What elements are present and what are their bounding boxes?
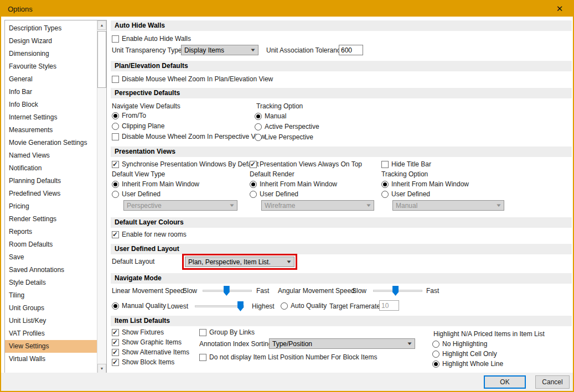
radio-icon	[432, 351, 439, 358]
auto-quality-radio[interactable]: Auto Quality	[281, 302, 327, 310]
options-dialog: Options ✕ Description Types Design Wizar…	[0, 0, 574, 392]
presentation-tracking-option-label: Tracking Option	[381, 170, 428, 178]
radio-label: Highlight Whole Line	[442, 360, 503, 368]
scrollbar-thumb[interactable]	[97, 31, 106, 88]
show-fixtures-checkbox[interactable]: Show Fixtures	[112, 328, 164, 336]
dropdown-value: Display Items	[184, 46, 224, 54]
show-graphic-items-checkbox[interactable]: Show Graphic Items	[112, 338, 182, 346]
annotation-index-sorting-dropdown[interactable]: Type/Position ▼	[269, 338, 415, 349]
from-to-radio[interactable]: From/To	[112, 112, 146, 119]
sidebar-item-info-block[interactable]: Info Block	[5, 98, 97, 111]
active-perspective-radio[interactable]: Active Perspective	[255, 123, 319, 130]
sidebar-item-style-details[interactable]: Style Details	[5, 276, 97, 289]
clipping-plane-radio[interactable]: Clipping Plane	[112, 122, 164, 130]
cancel-button[interactable]: Cancel	[535, 375, 570, 389]
slider-thumb[interactable]	[224, 286, 230, 296]
render-user-defined-radio[interactable]: User Defined	[250, 190, 298, 198]
checkbox-label: Show Alternative Items	[122, 348, 189, 356]
sidebar-item-description-types[interactable]: Description Types	[5, 22, 97, 35]
sidebar-item-movie-generation-settings[interactable]: Movie Generation Settings	[5, 137, 97, 149]
section-header-navigate-mode: Navigate Mode	[111, 273, 572, 284]
view-type-user-defined-radio[interactable]: User Defined	[112, 190, 161, 198]
target-framerate-label: Target Framerate	[329, 302, 380, 310]
close-button[interactable]: ✕	[549, 1, 571, 17]
category-list: Description Types Design Wizard Dimensio…	[4, 20, 107, 374]
sidebar-item-named-views[interactable]: Named Views	[5, 149, 97, 162]
sidebar-item-pricing[interactable]: Pricing	[5, 200, 97, 213]
live-perspective-radio[interactable]: Live Perspective	[255, 133, 313, 141]
sidebar-item-measurements[interactable]: Measurements	[5, 124, 97, 137]
disable-wheel-zoom-plan-checkbox[interactable]: Disable Mouse Wheel Zoom In Plan/Elevati…	[112, 75, 273, 83]
show-alternative-items-checkbox[interactable]: Show Alternative Items	[112, 348, 189, 356]
sidebar-item-tiling[interactable]: Tiling	[5, 289, 97, 302]
sidebar-item-info-bar[interactable]: Info Bar	[5, 86, 97, 98]
sidebar-item-room-defaults[interactable]: Room Defaults	[5, 238, 97, 251]
annotation-index-sorting-label: Annotation Index Sorting:	[199, 340, 274, 348]
scroll-down-button[interactable]: ▼	[97, 364, 106, 373]
default-layout-dropdown[interactable]: Plan, Perspective, Item List. ▼	[185, 257, 294, 267]
quality-slider[interactable]	[195, 301, 244, 311]
unit-association-tolerance-input[interactable]	[339, 45, 363, 55]
radio-label: Inherit From Main Window	[122, 180, 199, 188]
sidebar-item-general[interactable]: General	[5, 73, 97, 86]
render-dropdown: Wireframe ▼	[261, 200, 374, 211]
enable-auto-hide-walls-checkbox[interactable]: Enable Auto Hide Walls	[112, 35, 191, 43]
checkbox-label: Show Block Items	[122, 358, 174, 366]
highlight-whole-line-radio[interactable]: Highlight Whole Line	[432, 360, 503, 368]
checkbox-label: Enable Auto Hide Walls	[122, 35, 191, 43]
ok-button[interactable]: OK	[484, 375, 526, 389]
highlight-cell-only-radio[interactable]: Highlight Cell Only	[432, 350, 497, 358]
linear-speed-slider[interactable]	[203, 286, 252, 296]
radio-icon	[250, 181, 257, 188]
sidebar-item-unit-list-key[interactable]: Unit List/Key	[5, 315, 97, 327]
sidebar-item-predefined-views[interactable]: Predefined Views	[5, 187, 97, 200]
enable-for-new-rooms-checkbox[interactable]: Enable for new rooms	[112, 231, 187, 238]
sidebar-scrollbar[interactable]: ▲ ▼	[97, 20, 106, 373]
no-highlighting-radio[interactable]: No Highlighting	[432, 340, 487, 348]
radio-icon	[381, 181, 389, 188]
sidebar-item-notification[interactable]: Notification	[5, 162, 97, 175]
sidebar-item-virtual-walls[interactable]: Virtual Walls	[5, 353, 97, 365]
sidebar-item-saved-annotations[interactable]: Saved Annotations	[5, 264, 97, 276]
angular-speed-slider[interactable]	[373, 286, 422, 296]
sidebar-item-design-wizard[interactable]: Design Wizard	[5, 35, 97, 48]
render-inherit-radio[interactable]: Inherit From Main Window	[250, 180, 337, 188]
sidebar-item-planning-defaults[interactable]: Planning Defaults	[5, 175, 97, 187]
checkbox-icon	[112, 76, 119, 83]
group-by-links-checkbox[interactable]: Group By Links	[199, 328, 255, 336]
manual-quality-radio[interactable]: Manual Quality	[112, 302, 166, 310]
view-type-inherit-radio[interactable]: Inherit From Main Window	[112, 180, 199, 188]
sidebar-item-reports[interactable]: Reports	[5, 226, 97, 238]
tracking-manual-radio[interactable]: Manual	[255, 112, 286, 120]
sidebar-item-internet-settings[interactable]: Internet Settings	[5, 111, 97, 124]
dropdown-value: Wireframe	[265, 202, 295, 210]
radio-icon	[255, 123, 262, 130]
sidebar-item-unit-groups[interactable]: Unit Groups	[5, 302, 97, 315]
tracking-inherit-radio[interactable]: Inherit From Main Window	[381, 180, 469, 188]
disable-wheel-zoom-perspective-checkbox[interactable]: Disable Mouse Wheel Zoom In Perspective …	[112, 133, 265, 140]
slider-thumb[interactable]	[237, 301, 244, 311]
show-block-items-checkbox[interactable]: Show Block Items	[112, 358, 174, 366]
radio-label: User Defined	[260, 190, 298, 198]
slider-thumb[interactable]	[392, 286, 399, 296]
no-position-number-checkbox[interactable]: Do not display Item List Position Number…	[199, 353, 377, 361]
sidebar-item-dimensioning[interactable]: Dimensioning	[5, 48, 97, 60]
sidebar-item-render-settings[interactable]: Render Settings	[5, 213, 97, 226]
unit-association-tolerance-label: Unit Association Tolerance:	[266, 46, 346, 54]
linear-fast-label: Fast	[256, 287, 269, 295]
tracking-user-defined-radio[interactable]: User Defined	[381, 190, 430, 198]
sidebar-item-favourite-styles[interactable]: Favourite Styles	[5, 60, 97, 73]
hide-title-bar-checkbox[interactable]: Hide Title Bar	[381, 160, 431, 168]
presentation-views-on-top-checkbox[interactable]: Presentation Views Always On Top	[250, 160, 362, 168]
checkbox-label: Hide Title Bar	[391, 160, 431, 168]
sidebar-item-vat-profiles[interactable]: VAT Profiles	[5, 327, 97, 340]
synchronise-presentation-windows-checkbox[interactable]: Synchronise Presentation Windows By Defa…	[112, 160, 258, 168]
unit-transparency-type-dropdown[interactable]: Display Items ▼	[181, 45, 258, 55]
scroll-up-button[interactable]: ▲	[97, 20, 106, 30]
chevron-down-icon: ▼	[365, 203, 372, 208]
sidebar-item-save[interactable]: Save	[5, 251, 97, 264]
checkbox-icon	[199, 354, 206, 361]
checkbox-label: Enable for new rooms	[122, 231, 187, 238]
target-framerate-input	[379, 300, 399, 311]
sidebar-item-view-settings[interactable]: View Settings	[5, 340, 97, 353]
